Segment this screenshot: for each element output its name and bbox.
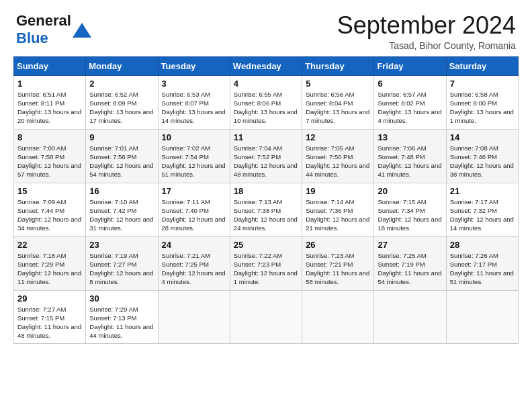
calendar-cell: 8Sunrise: 7:00 AMSunset: 7:58 PMDaylight… <box>14 129 86 183</box>
day-info: Sunrise: 7:08 AMSunset: 7:46 PMDaylight:… <box>450 144 515 179</box>
location-title: Tasad, Bihor County, Romania <box>337 40 516 51</box>
day-number: 11 <box>234 132 298 142</box>
logo-general: General <box>16 12 71 29</box>
day-number: 27 <box>378 240 442 250</box>
day-number: 22 <box>17 240 82 250</box>
day-info: Sunrise: 7:09 AMSunset: 7:44 PMDaylight:… <box>17 197 82 233</box>
header-day-friday: Friday <box>374 56 446 75</box>
day-info: Sunrise: 7:17 AMSunset: 7:32 PMDaylight:… <box>450 197 515 233</box>
day-info: Sunrise: 6:53 AMSunset: 8:07 PMDaylight:… <box>162 90 226 126</box>
day-info: Sunrise: 7:26 AMSunset: 7:17 PMDaylight:… <box>450 251 515 287</box>
calendar-wrapper: SundayMondayTuesdayWednesdayThursdayFrid… <box>0 56 532 355</box>
day-number: 5 <box>306 79 370 89</box>
day-info: Sunrise: 7:18 AMSunset: 7:29 PMDaylight:… <box>17 251 82 287</box>
day-number: 9 <box>89 132 154 142</box>
day-info: Sunrise: 7:02 AMSunset: 7:54 PMDaylight:… <box>162 144 226 179</box>
header-day-monday: Monday <box>86 56 158 75</box>
day-info: Sunrise: 7:14 AMSunset: 7:36 PMDaylight:… <box>306 197 370 233</box>
calendar-cell: 6Sunrise: 6:57 AMSunset: 8:02 PMDaylight… <box>374 75 446 129</box>
day-number: 16 <box>89 186 154 196</box>
calendar-cell: 5Sunrise: 6:56 AMSunset: 8:04 PMDaylight… <box>302 75 374 129</box>
calendar-cell: 1Sunrise: 6:51 AMSunset: 8:11 PMDaylight… <box>14 75 86 129</box>
calendar-cell: 18Sunrise: 7:13 AMSunset: 7:38 PMDayligh… <box>230 183 302 236</box>
header-day-tuesday: Tuesday <box>158 56 230 75</box>
calendar-cell: 7Sunrise: 6:58 AMSunset: 8:00 PMDaylight… <box>446 75 518 129</box>
day-number: 2 <box>89 79 154 89</box>
calendar-cell: 16Sunrise: 7:10 AMSunset: 7:42 PMDayligh… <box>86 183 158 236</box>
header: General Blue September 2024 Tasad, Bihor… <box>0 0 532 56</box>
header-day-thursday: Thursday <box>302 56 374 75</box>
calendar-cell: 14Sunrise: 7:08 AMSunset: 7:46 PMDayligh… <box>446 129 518 183</box>
calendar-week-1: 1Sunrise: 6:51 AMSunset: 8:11 PMDaylight… <box>14 75 519 129</box>
day-info: Sunrise: 7:23 AMSunset: 7:21 PMDaylight:… <box>306 251 370 287</box>
day-info: Sunrise: 6:56 AMSunset: 8:04 PMDaylight:… <box>306 90 370 126</box>
day-info: Sunrise: 7:27 AMSunset: 7:15 PMDaylight:… <box>17 305 82 340</box>
day-info: Sunrise: 7:06 AMSunset: 7:48 PMDaylight:… <box>378 144 442 179</box>
calendar-cell <box>374 290 446 343</box>
calendar-cell: 20Sunrise: 7:15 AMSunset: 7:34 PMDayligh… <box>374 183 446 236</box>
day-info: Sunrise: 7:22 AMSunset: 7:23 PMDaylight:… <box>234 251 298 287</box>
day-info: Sunrise: 7:21 AMSunset: 7:25 PMDaylight:… <box>162 251 226 287</box>
calendar-cell: 26Sunrise: 7:23 AMSunset: 7:21 PMDayligh… <box>302 236 374 290</box>
header-day-wednesday: Wednesday <box>230 56 302 75</box>
calendar-cell: 24Sunrise: 7:21 AMSunset: 7:25 PMDayligh… <box>158 236 230 290</box>
day-number: 21 <box>450 186 515 196</box>
calendar-cell: 11Sunrise: 7:04 AMSunset: 7:52 PMDayligh… <box>230 129 302 183</box>
calendar-cell: 30Sunrise: 7:29 AMSunset: 7:13 PMDayligh… <box>86 290 158 343</box>
day-number: 4 <box>234 79 298 89</box>
calendar-cell: 12Sunrise: 7:05 AMSunset: 7:50 PMDayligh… <box>302 129 374 183</box>
calendar-cell: 15Sunrise: 7:09 AMSunset: 7:44 PMDayligh… <box>14 183 86 236</box>
calendar-header-row: SundayMondayTuesdayWednesdayThursdayFrid… <box>14 56 519 75</box>
day-number: 3 <box>162 79 226 89</box>
logo-text: General Blue <box>16 12 71 47</box>
calendar-cell: 27Sunrise: 7:25 AMSunset: 7:19 PMDayligh… <box>374 236 446 290</box>
day-number: 26 <box>306 240 370 250</box>
calendar-cell: 23Sunrise: 7:19 AMSunset: 7:27 PMDayligh… <box>86 236 158 290</box>
day-number: 14 <box>450 132 515 142</box>
day-info: Sunrise: 7:29 AMSunset: 7:13 PMDaylight:… <box>89 305 154 340</box>
svg-marker-0 <box>73 23 91 38</box>
day-number: 23 <box>89 240 154 250</box>
day-number: 7 <box>450 79 515 89</box>
calendar-cell <box>158 290 230 343</box>
logo-icon <box>73 23 91 38</box>
day-info: Sunrise: 7:10 AMSunset: 7:42 PMDaylight:… <box>89 197 154 233</box>
calendar-cell: 28Sunrise: 7:26 AMSunset: 7:17 PMDayligh… <box>446 236 518 290</box>
day-info: Sunrise: 6:52 AMSunset: 8:09 PMDaylight:… <box>89 90 154 126</box>
day-number: 18 <box>234 186 298 196</box>
calendar-cell: 3Sunrise: 6:53 AMSunset: 8:07 PMDaylight… <box>158 75 230 129</box>
calendar-cell: 29Sunrise: 7:27 AMSunset: 7:15 PMDayligh… <box>14 290 86 343</box>
day-info: Sunrise: 7:13 AMSunset: 7:38 PMDaylight:… <box>234 197 298 233</box>
header-day-sunday: Sunday <box>14 56 86 75</box>
day-info: Sunrise: 6:55 AMSunset: 8:06 PMDaylight:… <box>234 90 298 126</box>
logo: General Blue <box>16 12 91 47</box>
day-number: 1 <box>17 79 82 89</box>
header-day-saturday: Saturday <box>446 56 518 75</box>
month-title: September 2024 <box>337 12 516 39</box>
calendar-cell: 22Sunrise: 7:18 AMSunset: 7:29 PMDayligh… <box>14 236 86 290</box>
day-number: 6 <box>378 79 442 89</box>
day-info: Sunrise: 7:05 AMSunset: 7:50 PMDaylight:… <box>306 144 370 179</box>
calendar-cell: 9Sunrise: 7:01 AMSunset: 7:56 PMDaylight… <box>86 129 158 183</box>
day-info: Sunrise: 7:25 AMSunset: 7:19 PMDaylight:… <box>378 251 442 287</box>
calendar-cell: 25Sunrise: 7:22 AMSunset: 7:23 PMDayligh… <box>230 236 302 290</box>
day-number: 25 <box>234 240 298 250</box>
calendar-cell: 4Sunrise: 6:55 AMSunset: 8:06 PMDaylight… <box>230 75 302 129</box>
calendar-cell: 13Sunrise: 7:06 AMSunset: 7:48 PMDayligh… <box>374 129 446 183</box>
day-number: 30 <box>89 293 154 304</box>
calendar-week-5: 29Sunrise: 7:27 AMSunset: 7:15 PMDayligh… <box>14 290 519 343</box>
day-info: Sunrise: 7:00 AMSunset: 7:58 PMDaylight:… <box>17 144 82 179</box>
day-info: Sunrise: 7:01 AMSunset: 7:56 PMDaylight:… <box>89 144 154 179</box>
day-number: 28 <box>450 240 515 250</box>
day-info: Sunrise: 6:51 AMSunset: 8:11 PMDaylight:… <box>17 90 82 126</box>
calendar-cell: 19Sunrise: 7:14 AMSunset: 7:36 PMDayligh… <box>302 183 374 236</box>
day-number: 8 <box>17 132 82 142</box>
day-number: 19 <box>306 186 370 196</box>
day-info: Sunrise: 7:19 AMSunset: 7:27 PMDaylight:… <box>89 251 154 287</box>
calendar-week-2: 8Sunrise: 7:00 AMSunset: 7:58 PMDaylight… <box>14 129 519 183</box>
day-number: 10 <box>162 132 226 142</box>
day-info: Sunrise: 7:15 AMSunset: 7:34 PMDaylight:… <box>378 197 442 233</box>
calendar-cell: 17Sunrise: 7:11 AMSunset: 7:40 PMDayligh… <box>158 183 230 236</box>
day-number: 20 <box>378 186 442 196</box>
day-info: Sunrise: 7:04 AMSunset: 7:52 PMDaylight:… <box>234 144 298 179</box>
